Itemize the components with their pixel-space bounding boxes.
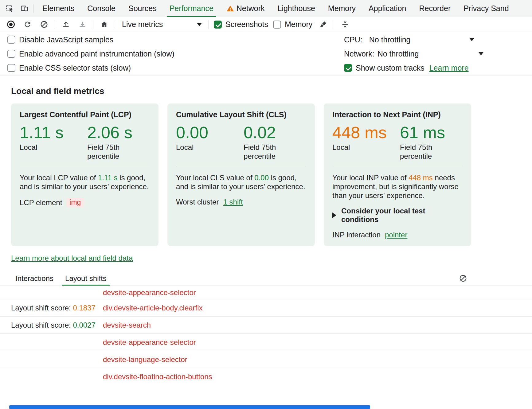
- metric-card-lcp: Largest Contentful Paint (LCP) 1.11 s Lo…: [11, 103, 158, 246]
- selection-bar: [9, 405, 370, 409]
- worst-cluster-link[interactable]: 1 shift: [223, 198, 243, 206]
- inp-description: Your local INP value of 448 ms needs imp…: [332, 173, 463, 200]
- record-button[interactable]: [5, 19, 17, 30]
- shifted-element-link[interactable]: div.devsite-floating-action-buttons: [103, 372, 212, 380]
- view-mode-select[interactable]: Live metrics: [120, 20, 204, 29]
- tab-recorder[interactable]: Recorder: [413, 0, 457, 17]
- view-mode-label: Live metrics: [122, 20, 163, 29]
- learn-more-field-data-link[interactable]: Learn more about local and field data: [11, 254, 133, 263]
- tab-application[interactable]: Application: [362, 0, 413, 17]
- separator: [115, 20, 115, 29]
- show-custom-tracks-checkbox[interactable]: Show custom tracks: [344, 64, 424, 72]
- inp-interaction-label: INP interaction: [332, 231, 381, 239]
- cls-field-value: 0.02: [244, 124, 306, 141]
- record-icon: [7, 21, 15, 28]
- inp-field-value: 61 ms: [400, 124, 463, 141]
- layout-shift-row: div.devsite-floating-action-buttons: [0, 368, 532, 379]
- memory-checkbox[interactable]: Memory: [273, 20, 312, 29]
- brush-icon-button[interactable]: [317, 19, 329, 30]
- clear-log-button[interactable]: [457, 273, 469, 284]
- settings-pane: Disable JavaScript samples CPU: No throt…: [0, 32, 532, 76]
- layout-shift-row: devsite-appearance-selector: [0, 334, 532, 351]
- metric-card-inp: Interaction to Next Paint (INP) 448 ms L…: [324, 103, 471, 246]
- divider: [332, 167, 463, 167]
- layout-shift-row: devsite-appearance-selector: [0, 286, 532, 299]
- checkbox-unchecked-icon: [7, 64, 15, 72]
- device-toolbar-icon[interactable]: [18, 3, 30, 14]
- disable-js-samples-checkbox[interactable]: Disable JavaScript samples: [7, 35, 113, 44]
- tab-layout-shifts[interactable]: Layout shifts: [61, 271, 111, 286]
- card-title: Cumulative Layout Shift (CLS): [176, 110, 306, 119]
- layout-shift-row: devsite-language-selector: [0, 351, 532, 368]
- advanced-paint-instrumentation-checkbox[interactable]: Enable advanced paint instrumentation (s…: [7, 49, 174, 58]
- options-row: Enable advanced paint instrumentation (s…: [0, 47, 532, 61]
- chevron-down-icon[interactable]: [469, 38, 474, 41]
- collapse-panel-icon[interactable]: [339, 19, 351, 30]
- devtools-tabbar: Elements Console Sources Performance Net…: [0, 0, 532, 17]
- separator: [334, 20, 334, 29]
- shifted-element-link[interactable]: devsite-appearance-selector: [103, 338, 196, 347]
- checkbox-unchecked-icon: [7, 36, 15, 44]
- live-metrics-view: Local and field metrics Largest Contentf…: [0, 86, 532, 379]
- cls-local-value: 0.00: [176, 124, 244, 141]
- lcp-element-label: LCP element: [20, 198, 62, 207]
- tab-lighthouse[interactable]: Lighthouse: [271, 0, 321, 17]
- tab-network[interactable]: Network: [220, 0, 271, 17]
- reload-and-record-button[interactable]: [22, 19, 33, 30]
- worst-cluster-label: Worst cluster: [176, 198, 219, 206]
- cpu-label: CPU:: [344, 35, 362, 44]
- tab-console[interactable]: Console: [81, 0, 122, 17]
- disclosure-triangle-icon: [332, 212, 336, 218]
- inp-interaction-link[interactable]: pointer: [385, 231, 407, 239]
- performance-toolbar: Live metrics Screenshots Memory: [0, 17, 532, 32]
- screenshots-checkbox[interactable]: Screenshots: [214, 20, 268, 29]
- options-row: Disable JavaScript samples CPU: No throt…: [0, 33, 532, 47]
- home-button[interactable]: [98, 19, 110, 30]
- card-title: Largest Contentful Paint (LCP): [20, 110, 150, 119]
- separator: [209, 20, 209, 29]
- options-row: Enable CSS selector stats (slow) Show cu…: [0, 61, 532, 75]
- tab-memory[interactable]: Memory: [322, 0, 362, 17]
- checkbox-checked-icon: [344, 64, 352, 72]
- tab-interactions[interactable]: Interactions: [11, 271, 58, 286]
- chevron-down-icon: [197, 23, 202, 26]
- local-test-conditions-disclosure[interactable]: Consider your local test conditions: [332, 207, 463, 224]
- metric-cards: Largest Contentful Paint (LCP) 1.11 s Lo…: [11, 103, 521, 246]
- divider: [176, 167, 306, 167]
- tab-elements[interactable]: Elements: [36, 0, 81, 17]
- divider: [20, 167, 150, 167]
- network-throttle-select[interactable]: No throttling: [377, 49, 419, 58]
- download-profile-button[interactable]: [76, 19, 88, 30]
- cpu-throttle-select[interactable]: No throttling: [369, 35, 411, 44]
- page-title: Local and field metrics: [11, 86, 521, 96]
- css-selector-stats-checkbox[interactable]: Enable CSS selector stats (slow): [7, 64, 131, 72]
- tab-privacy-sandbox[interactable]: Privacy Sand: [457, 0, 515, 17]
- layout-shift-row: Layout shift score: 0.1837 div.devsite-a…: [0, 299, 532, 317]
- separator: [93, 20, 93, 29]
- shifted-element-link[interactable]: devsite-language-selector: [103, 355, 187, 364]
- cls-description: Your local CLS value of 0.00 is good, an…: [176, 173, 306, 191]
- layout-shift-row: Layout shift score: 0.0027 devsite-searc…: [0, 317, 532, 334]
- shifted-element-link[interactable]: devsite-search: [103, 321, 151, 329]
- chevron-down-icon[interactable]: [479, 52, 483, 55]
- tab-sources[interactable]: Sources: [122, 0, 163, 17]
- tab-performance[interactable]: Performance: [163, 0, 220, 17]
- inp-local-value: 448 ms: [332, 124, 400, 141]
- network-label: Network:: [344, 49, 374, 58]
- warning-icon: [226, 5, 234, 12]
- clear-button[interactable]: [38, 19, 50, 30]
- card-title: Interaction to Next Paint (INP): [332, 110, 463, 119]
- custom-tracks-learn-more-link[interactable]: Learn more: [429, 64, 469, 72]
- inspect-icon[interactable]: [4, 3, 15, 14]
- upload-profile-button[interactable]: [60, 19, 72, 30]
- separator: [55, 20, 55, 29]
- lcp-local-value: 1.11 s: [20, 124, 87, 141]
- log-tabs: Interactions Layout shifts: [0, 271, 532, 286]
- lcp-element-chip[interactable]: img: [66, 198, 84, 207]
- shifted-element-link[interactable]: div.devsite-article-body.clearfix: [103, 304, 203, 312]
- checkbox-unchecked-icon: [273, 21, 281, 29]
- log-section: Interactions Layout shifts devsite-appea…: [0, 271, 532, 379]
- lcp-description: Your local LCP value of 1.11 s is good, …: [20, 173, 150, 191]
- checkbox-checked-icon: [214, 21, 222, 29]
- shifted-element-link[interactable]: devsite-appearance-selector: [103, 288, 196, 297]
